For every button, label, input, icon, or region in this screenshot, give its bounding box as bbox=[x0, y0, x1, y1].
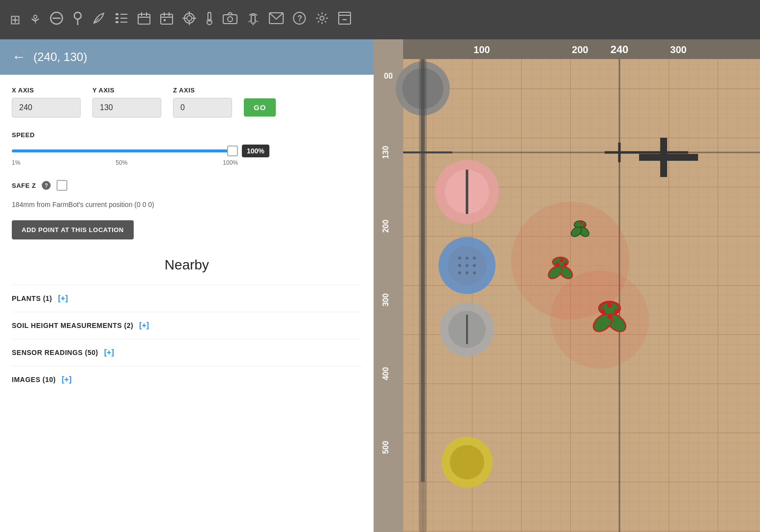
svg-point-91 bbox=[583, 224, 585, 227]
thermometer-icon[interactable] bbox=[205, 11, 214, 29]
svg-point-76 bbox=[473, 264, 476, 267]
left-panel: ← (240, 130) X AXIS Y AXIS Z AXIS GO bbox=[0, 39, 374, 532]
list-icon[interactable] bbox=[115, 11, 128, 29]
speed-section: SPEED 100% 1% 50% 100% bbox=[12, 131, 362, 166]
svg-point-95 bbox=[559, 258, 563, 262]
mail-icon[interactable] bbox=[269, 12, 284, 28]
distance-info: 184mm from FarmBot's current position (0… bbox=[12, 201, 362, 208]
plants-nearby-item: PLANTS (1) [+] bbox=[12, 285, 362, 312]
images-add-button[interactable]: [+] bbox=[60, 375, 74, 384]
svg-rect-106 bbox=[419, 59, 427, 532]
main-area: ← (240, 130) X AXIS Y AXIS Z AXIS GO bbox=[0, 39, 760, 532]
sensor-readings-add-button[interactable]: [+] bbox=[102, 348, 116, 357]
x-axis-input[interactable] bbox=[12, 98, 81, 118]
camera-icon[interactable] bbox=[223, 12, 237, 28]
speed-label: SPEED bbox=[12, 131, 362, 139]
no-entry-icon[interactable] bbox=[50, 11, 63, 29]
svg-text:00: 00 bbox=[384, 72, 393, 80]
y-axis-group: Y AXIS bbox=[92, 87, 161, 118]
sensor-readings-nearby-item: SENSOR READINGS (50) [+] bbox=[12, 339, 362, 366]
y-axis-input[interactable] bbox=[92, 98, 161, 118]
map-panel[interactable]: 100 200 240 300 00 130 200 300 400 500 bbox=[374, 39, 760, 532]
map-svg: 100 200 240 300 00 130 200 300 400 500 bbox=[374, 39, 760, 532]
svg-point-71 bbox=[458, 257, 461, 260]
panel-title: (240, 130) bbox=[33, 50, 87, 64]
z-axis-label: Z AXIS bbox=[173, 87, 232, 94]
svg-point-21 bbox=[187, 16, 192, 21]
leaf-icon[interactable] bbox=[92, 11, 106, 29]
back-button[interactable]: ← bbox=[12, 49, 26, 65]
calendar-alt-icon[interactable] bbox=[160, 11, 174, 29]
svg-rect-6 bbox=[116, 17, 118, 19]
safe-z-help-icon[interactable]: ? bbox=[42, 181, 51, 190]
safe-z-label: SAFE Z bbox=[12, 182, 36, 189]
pin-icon[interactable] bbox=[72, 11, 83, 29]
add-point-button[interactable]: ADD POINT AT THIS LOCATION bbox=[12, 220, 134, 239]
soil-height-nearby-item: SOIL HEIGHT MEASUREMENTS (2) [+] bbox=[12, 312, 362, 339]
svg-point-79 bbox=[473, 271, 476, 274]
svg-point-78 bbox=[466, 271, 468, 274]
svg-point-104 bbox=[600, 309, 605, 314]
z-axis-input[interactable] bbox=[173, 98, 232, 118]
axis-inputs-row: X AXIS Y AXIS Z AXIS GO bbox=[12, 87, 362, 118]
sprinkler-icon[interactable] bbox=[246, 11, 260, 29]
speed-min-tick: 1% bbox=[12, 159, 20, 166]
speed-mid-tick: 50% bbox=[116, 159, 127, 166]
speed-badge: 100% bbox=[242, 145, 269, 157]
svg-text:200: 200 bbox=[381, 220, 390, 233]
archive-icon[interactable] bbox=[338, 11, 351, 29]
svg-point-103 bbox=[614, 309, 619, 314]
svg-text:200: 200 bbox=[572, 44, 588, 55]
svg-point-105 bbox=[608, 315, 612, 319]
panel-header: ← (240, 130) bbox=[0, 39, 374, 75]
svg-point-2 bbox=[74, 12, 81, 19]
images-nearby-item: IMAGES (10) [+] bbox=[12, 366, 362, 393]
x-axis-group: X AXIS bbox=[12, 87, 81, 118]
svg-point-31 bbox=[252, 24, 254, 25]
settings-icon[interactable] bbox=[315, 11, 329, 29]
y-axis-label: Y AXIS bbox=[92, 87, 161, 94]
speed-slider[interactable] bbox=[12, 149, 238, 152]
svg-text:130: 130 bbox=[381, 146, 390, 159]
svg-point-77 bbox=[458, 271, 461, 274]
svg-rect-28 bbox=[223, 15, 237, 24]
svg-point-27 bbox=[207, 20, 212, 25]
toolbar: ⊞ ⚘ ? bbox=[0, 0, 760, 39]
svg-text:100: 100 bbox=[473, 44, 490, 55]
svg-point-29 bbox=[228, 17, 233, 22]
svg-text:240: 240 bbox=[611, 43, 629, 56]
soil-height-add-button[interactable]: [+] bbox=[137, 321, 151, 330]
safe-z-checkbox[interactable] bbox=[57, 180, 67, 191]
svg-text:400: 400 bbox=[381, 367, 390, 381]
svg-point-75 bbox=[466, 264, 468, 267]
svg-rect-11 bbox=[138, 14, 150, 24]
plants-nearby-label: PLANTS (1) bbox=[12, 295, 52, 302]
go-button[interactable]: GO bbox=[244, 98, 276, 117]
svg-rect-44 bbox=[374, 39, 403, 532]
svg-text:300: 300 bbox=[381, 294, 390, 307]
help-circle-icon[interactable]: ? bbox=[292, 11, 306, 29]
speed-ticks: 1% 50% 100% bbox=[12, 159, 238, 166]
svg-point-102 bbox=[607, 303, 612, 308]
grid-icon[interactable]: ⊞ bbox=[10, 12, 21, 28]
safe-z-row: SAFE Z ? bbox=[12, 180, 362, 191]
x-axis-label: X AXIS bbox=[12, 87, 81, 94]
svg-point-84 bbox=[450, 445, 484, 479]
svg-text:300: 300 bbox=[670, 44, 686, 55]
target-icon[interactable] bbox=[182, 11, 196, 29]
svg-point-96 bbox=[563, 262, 567, 266]
svg-rect-7 bbox=[116, 21, 118, 23]
plants-add-button[interactable]: [+] bbox=[56, 294, 70, 303]
svg-rect-30 bbox=[251, 15, 255, 23]
svg-point-73 bbox=[473, 257, 476, 260]
nearby-title: Nearby bbox=[12, 257, 362, 273]
svg-text:?: ? bbox=[297, 14, 302, 23]
svg-point-97 bbox=[555, 262, 559, 266]
calendar-icon[interactable] bbox=[137, 11, 151, 29]
svg-point-37 bbox=[320, 16, 324, 20]
soil-height-nearby-label: SOIL HEIGHT MEASUREMENTS (2) bbox=[12, 322, 133, 329]
sensor-readings-nearby-label: SENSOR READINGS (50) bbox=[12, 349, 98, 356]
svg-rect-15 bbox=[161, 14, 173, 24]
plant-icon[interactable]: ⚘ bbox=[29, 12, 41, 28]
svg-text:500: 500 bbox=[381, 441, 390, 454]
